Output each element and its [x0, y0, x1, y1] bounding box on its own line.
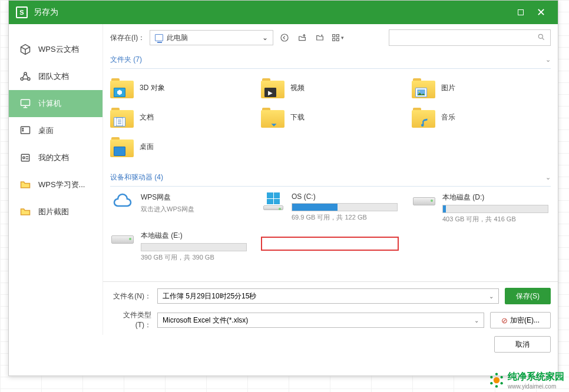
search-input[interactable] [394, 34, 537, 42]
watermark-logo-icon [489, 373, 504, 388]
encrypt-button[interactable]: ⊘加密(E)... [490, 312, 551, 328]
pc-icon [155, 34, 163, 41]
doc-icon [19, 152, 31, 164]
save-button[interactable]: 保存(S) [505, 288, 551, 304]
sidebar-item-wps-cloud[interactable]: WPS云文档 [9, 36, 102, 63]
folder-pictures[interactable]: 图片 [412, 75, 551, 101]
drive-e[interactable]: 本地磁盘 (E:)390 GB 可用，共 390 GB [110, 231, 249, 262]
lock-icon: ⊘ [501, 316, 508, 325]
svg-rect-10 [333, 35, 335, 37]
drive-d[interactable]: 本地磁盘 (D:)403 GB 可用，共 416 GB [412, 192, 551, 224]
folder-music[interactable]: 音乐 [412, 104, 551, 130]
folder-label: 下载 [290, 112, 305, 122]
filename-field[interactable] [163, 292, 489, 300]
sidebar-item-mydocs[interactable]: 我的文档 [9, 144, 102, 171]
chevron-down-icon: ⌄ [545, 174, 551, 181]
drives-header[interactable]: 设备和驱动器 (4) ⌄ [110, 169, 551, 187]
folders-header[interactable]: 文件夹 (7) ⌄ [110, 51, 551, 69]
drive-subtitle: 双击进入WPS网盘 [141, 205, 249, 214]
svg-point-6 [22, 130, 24, 131]
content-area: 文件夹 (7) ⌄ 3D 对象 ▶视频 图片 文档 下载 音乐 桌面 设备和驱动… [103, 51, 558, 281]
cube-icon [19, 44, 31, 55]
chevron-down-icon: ⌄ [545, 56, 551, 64]
sidebar: WPS云文档 团队文档 计算机 桌面 我的文档 WPS学习资... [9, 24, 103, 335]
search-icon [537, 33, 545, 43]
search-box[interactable] [389, 29, 551, 46]
up-button[interactable] [296, 31, 309, 44]
drive-wps-cloud[interactable]: WPS网盘双击进入WPS网盘 [110, 192, 249, 224]
save-in-label: 保存在(I)： [110, 33, 145, 43]
app-icon: S [16, 6, 28, 18]
folder-3d-objects[interactable]: 3D 对象 [110, 75, 249, 101]
back-button[interactable] [278, 31, 291, 44]
chevron-down-icon[interactable]: ⌄ [474, 317, 479, 324]
svg-rect-13 [337, 38, 339, 41]
svg-point-21 [494, 377, 499, 383]
sidebar-item-desktop[interactable]: 桌面 [9, 117, 102, 144]
filename-label: 文件名(N)： [110, 291, 151, 301]
svg-rect-12 [333, 38, 335, 41]
svg-point-24 [501, 382, 503, 384]
filetype-label: 文件类型(T)： [110, 310, 151, 330]
sidebar-item-screenshots[interactable]: 图片截图 [9, 198, 102, 225]
folder-label: 图片 [441, 83, 455, 93]
sidebar-item-label: WPS云文档 [38, 44, 79, 55]
drive-subtitle: 403 GB 可用，共 416 GB [442, 215, 551, 224]
share-icon [19, 71, 31, 82]
svg-point-5 [22, 128, 24, 129]
chevron-down-icon[interactable]: ⌄ [489, 293, 494, 300]
svg-point-16 [419, 91, 420, 92]
grid-icon [19, 125, 31, 137]
folder-label: 3D 对象 [140, 83, 165, 93]
folder-downloads[interactable]: 下载 [261, 104, 400, 130]
disk-icon [412, 192, 436, 210]
new-folder-button[interactable] [313, 31, 326, 44]
watermark-url: www.yidaimei.com [508, 383, 564, 390]
svg-point-22 [495, 373, 498, 375]
drive-usage-bar [141, 243, 247, 251]
sidebar-item-label: 图片截图 [38, 207, 69, 217]
folder-videos[interactable]: ▶视频 [261, 75, 400, 101]
folder-label: 桌面 [140, 142, 154, 152]
highlight-box [261, 231, 400, 262]
maximize-button[interactable] [511, 1, 531, 24]
toolbar: 保存在(I)： 此电脑 ⌄ ▾ [103, 24, 558, 51]
close-button[interactable]: ✕ [531, 1, 551, 24]
drive-c[interactable]: OS (C:)69.9 GB 可用，共 122 GB [261, 192, 400, 224]
svg-rect-11 [337, 35, 339, 37]
location-dropdown[interactable]: 此电脑 ⌄ [150, 30, 273, 45]
drive-title: OS (C:) [292, 192, 400, 201]
windows-drive-icon [261, 192, 286, 210]
drive-subtitle: 69.9 GB 可用，共 122 GB [292, 213, 400, 222]
svg-point-9 [281, 34, 288, 41]
folder-documents[interactable]: 文档 [110, 104, 249, 130]
svg-point-25 [495, 385, 498, 387]
sidebar-item-label: 团队文档 [38, 71, 69, 82]
svg-point-8 [23, 157, 25, 158]
sidebar-item-team[interactable]: 团队文档 [9, 63, 102, 90]
sidebar-item-label: 我的文档 [38, 152, 69, 163]
drive-title: WPS网盘 [141, 192, 249, 202]
sidebar-item-computer[interactable]: 计算机 [9, 90, 102, 117]
drive-title: 本地磁盘 (E:) [141, 231, 249, 241]
svg-point-14 [538, 34, 542, 38]
filetype-dropdown[interactable]: Microsoft Excel 文件(*.xlsx)⌄ [157, 313, 484, 328]
view-button[interactable]: ▾ [331, 31, 344, 44]
folder-icon [19, 179, 31, 191]
svg-point-0 [24, 72, 27, 75]
filetype-value: Microsoft Excel 文件(*.xlsx) [163, 315, 474, 325]
sidebar-item-label: 桌面 [38, 125, 54, 136]
svg-point-1 [21, 78, 23, 80]
folder-label: 视频 [290, 83, 305, 93]
folder-icon [19, 206, 31, 218]
svg-rect-3 [21, 99, 30, 105]
svg-point-26 [490, 382, 492, 384]
cloud-icon [110, 192, 135, 210]
watermark-title: 纯净系统家园 [508, 371, 564, 383]
location-value: 此电脑 [167, 33, 188, 43]
folder-label: 音乐 [441, 112, 455, 122]
sidebar-item-wps-study[interactable]: WPS学习资... [9, 171, 102, 198]
cancel-button[interactable]: 取消 [494, 336, 551, 353]
filename-input[interactable]: ⌄ [157, 288, 499, 304]
folder-desktop[interactable]: 桌面 [110, 134, 249, 160]
